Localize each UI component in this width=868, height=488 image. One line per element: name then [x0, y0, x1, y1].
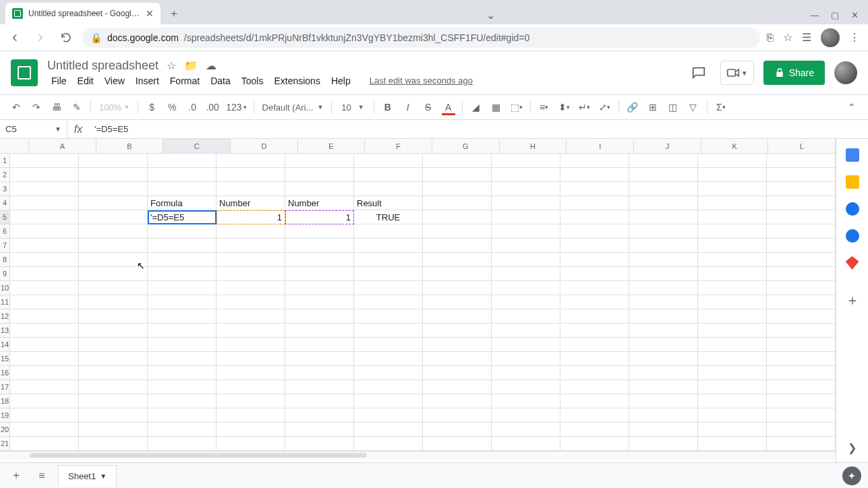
filter-button[interactable]: ▽ — [684, 98, 703, 117]
cell[interactable] — [560, 239, 629, 253]
cell[interactable] — [423, 267, 492, 281]
cell[interactable] — [629, 224, 698, 239]
row-header[interactable]: 8 — [0, 253, 9, 267]
col-header[interactable]: E — [298, 139, 366, 153]
text-wrap-button[interactable]: ↵▾ — [575, 98, 594, 117]
text-rotate-button[interactable]: ⤢▾ — [596, 98, 614, 117]
row-header[interactable]: 19 — [0, 408, 9, 423]
cell[interactable] — [79, 423, 148, 437]
cell[interactable] — [285, 154, 354, 168]
cell[interactable] — [285, 324, 354, 338]
cell[interactable] — [285, 423, 354, 437]
cell[interactable] — [560, 437, 629, 451]
cell[interactable] — [216, 338, 285, 352]
cell[interactable] — [148, 281, 216, 295]
row-header[interactable]: 7 — [0, 239, 9, 253]
cell[interactable] — [285, 267, 354, 281]
cell[interactable] — [698, 239, 767, 253]
increase-decimal-button[interactable]: .00 — [203, 98, 222, 117]
cell[interactable] — [492, 437, 560, 451]
cell[interactable] — [492, 423, 560, 437]
cell[interactable] — [148, 380, 216, 394]
chrome-menu-icon[interactable]: ⋮ — [849, 31, 860, 44]
cell[interactable] — [354, 352, 423, 366]
decrease-decimal-button[interactable]: .0 — [183, 98, 202, 117]
text-color-button[interactable]: A — [439, 98, 458, 117]
row-header[interactable]: 5 — [0, 210, 9, 224]
cell[interactable] — [79, 394, 148, 408]
profile-avatar[interactable] — [821, 28, 840, 47]
menu-file[interactable]: File — [47, 74, 71, 88]
row-header[interactable]: 2 — [0, 168, 9, 182]
cell[interactable] — [492, 182, 560, 196]
cell[interactable] — [492, 366, 560, 380]
col-header[interactable]: H — [500, 139, 567, 153]
cell[interactable] — [10, 281, 79, 295]
cell[interactable] — [216, 394, 285, 408]
merge-cells-button[interactable]: ⬚▾ — [507, 98, 526, 117]
cell[interactable] — [216, 380, 285, 394]
cell[interactable] — [629, 267, 698, 281]
cell[interactable] — [560, 182, 629, 196]
col-header[interactable]: I — [567, 139, 634, 153]
cell[interactable] — [767, 281, 836, 295]
cell[interactable] — [354, 168, 423, 182]
cell[interactable] — [423, 352, 492, 366]
cell[interactable] — [216, 309, 285, 324]
cell[interactable] — [629, 366, 698, 380]
cell[interactable] — [698, 267, 767, 281]
cell[interactable] — [767, 309, 836, 324]
format-percent-button[interactable]: % — [163, 98, 181, 117]
cell[interactable] — [79, 338, 148, 352]
name-box[interactable]: C5 ▼ — [0, 120, 67, 138]
back-button[interactable] — [5, 28, 24, 47]
cell[interactable] — [560, 394, 629, 408]
cell[interactable] — [354, 309, 423, 324]
cell[interactable] — [10, 224, 79, 239]
horizontal-scrollbar[interactable] — [0, 451, 836, 459]
cell[interactable] — [492, 338, 560, 352]
cell[interactable] — [216, 281, 285, 295]
insert-chart-button[interactable]: ◫ — [664, 98, 683, 117]
forward-button[interactable] — [31, 28, 50, 47]
cell[interactable] — [354, 267, 423, 281]
cell[interactable] — [629, 408, 698, 423]
cell[interactable] — [767, 423, 836, 437]
cell[interactable] — [423, 437, 492, 451]
cell[interactable] — [492, 210, 560, 224]
cell[interactable] — [10, 394, 79, 408]
row-header[interactable]: 10 — [0, 281, 9, 295]
cell[interactable] — [767, 352, 836, 366]
meet-button[interactable]: ▼ — [720, 61, 754, 85]
cell[interactable] — [629, 253, 698, 267]
cell[interactable] — [767, 224, 836, 239]
cell[interactable] — [354, 394, 423, 408]
cell[interactable] — [285, 437, 354, 451]
cell[interactable] — [492, 394, 560, 408]
cell[interactable] — [698, 380, 767, 394]
cell[interactable] — [423, 196, 492, 210]
cell[interactable] — [698, 309, 767, 324]
cell[interactable] — [10, 423, 79, 437]
cell[interactable] — [354, 366, 423, 380]
account-avatar[interactable] — [834, 61, 857, 84]
cell[interactable] — [767, 210, 836, 224]
cell[interactable] — [698, 210, 767, 224]
cell[interactable] — [148, 295, 216, 309]
cell[interactable] — [10, 380, 79, 394]
cell[interactable] — [148, 239, 216, 253]
cell[interactable] — [492, 352, 560, 366]
install-app-icon[interactable]: ⎘ — [767, 32, 774, 44]
cell[interactable] — [285, 281, 354, 295]
cell[interactable]: Number — [216, 196, 285, 210]
cell[interactable] — [79, 168, 148, 182]
cell[interactable] — [10, 210, 79, 224]
fill-color-button[interactable]: ◢ — [467, 98, 486, 117]
cell[interactable] — [423, 408, 492, 423]
cell[interactable] — [10, 366, 79, 380]
cell[interactable] — [354, 423, 423, 437]
cell[interactable] — [285, 408, 354, 423]
sheet-tab[interactable]: Sheet1 ▼ — [58, 465, 117, 487]
cell[interactable] — [629, 281, 698, 295]
row-header[interactable]: 3 — [0, 182, 9, 196]
